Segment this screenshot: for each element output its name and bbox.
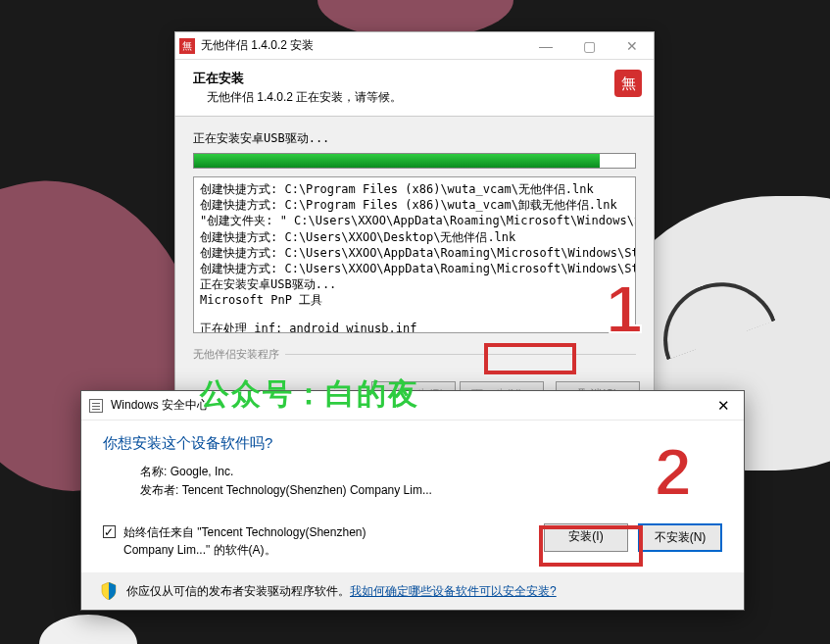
log-line: 创建快捷方式: C:\Users\XXOO\Desktop\无他伴侣.lnk (200, 229, 629, 245)
log-line: 创建快捷方式: C:\Users\XXOO\AppData\Roaming\Mi… (200, 245, 629, 261)
security-dialog: Windows 安全中心 ✕ 你想安装这个设备软件吗? 名称: Google, … (80, 390, 745, 611)
annotation-number-1: 1 (606, 271, 643, 347)
annotation-number-2: 2 (655, 433, 692, 510)
trust-checkbox[interactable] (103, 525, 116, 538)
log-line: Microsoft PnP 工具 (200, 292, 629, 308)
warning-link[interactable]: 我如何确定哪些设备软件可以安全安装? (350, 583, 557, 600)
trust-label: 始终信任来自 "Tencent Technology(Shenzhen) Com… (123, 523, 417, 559)
header-title: 正在安装 (193, 70, 636, 87)
header-logo-icon: 無 (614, 70, 642, 97)
maximize-button: ▢ (567, 32, 610, 60)
app-icon: 無 (179, 38, 195, 54)
log-line: "创建文件夹: " C:\Users\XXOO\AppData\Roaming\… (200, 213, 629, 228)
installer-header: 正在安装 无他伴侣 1.4.0.2 正在安装，请等候。 無 (175, 60, 654, 117)
annotation-box-2 (539, 525, 643, 567)
security-close-button[interactable]: ✕ (711, 397, 736, 415)
driver-name: 名称: Google, Inc. (140, 463, 722, 481)
dont-install-button[interactable]: 不安装(N) (638, 523, 722, 552)
window-title: 无他伴侣 1.4.0.2 安装 (201, 37, 524, 54)
log-line: 创建快捷方式: C:\Program Files (x86)\wuta_vcam… (200, 197, 629, 213)
annotation-box-1 (484, 343, 576, 374)
warning-text: 你应仅从可信的发布者安装驱动程序软件。 (126, 583, 350, 600)
header-subtitle: 无他伴侣 1.4.0.2 正在安装，请等候。 (193, 89, 636, 106)
log-line: 正在处理 inf: android_winusb.inf (200, 321, 629, 334)
progress-bar (193, 153, 636, 169)
shield-icon (101, 582, 117, 600)
log-box[interactable]: 创建快捷方式: C:\Program Files (x86)\wuta_vcam… (193, 176, 636, 333)
installer-titlebar: 無 无他伴侣 1.4.0.2 安装 — ▢ ✕ (175, 32, 654, 60)
close-button[interactable]: ✕ (610, 32, 654, 60)
watermark-text: 公众号：白的夜 (200, 374, 419, 415)
log-line: 创建快捷方式: C:\Program Files (x86)\wuta_vcam… (200, 181, 629, 197)
status-text: 正在安装安卓USB驱动... (193, 130, 636, 147)
minimize-button[interactable]: — (524, 32, 567, 60)
log-line: 创建快捷方式: C:\Users\XXOO\AppData\Roaming\Mi… (200, 261, 629, 276)
installer-window: 無 无他伴侣 1.4.0.2 安装 — ▢ ✕ 正在安装 无他伴侣 1.4.0.… (174, 31, 655, 422)
log-line: 正在安装安卓USB驱动... (200, 276, 629, 292)
divider-label: 无他伴侣安装程序 (193, 347, 279, 362)
security-window-icon (89, 399, 103, 413)
driver-publisher: 发布者: Tencent Technology(Shenzhen) Compan… (140, 481, 722, 500)
progress-fill (194, 154, 600, 168)
security-question: 你想安装这个设备软件吗? (103, 434, 722, 453)
security-warning: 你应仅从可信的发布者安装驱动程序软件。 我如何确定哪些设备软件可以安全安装? (81, 572, 744, 610)
